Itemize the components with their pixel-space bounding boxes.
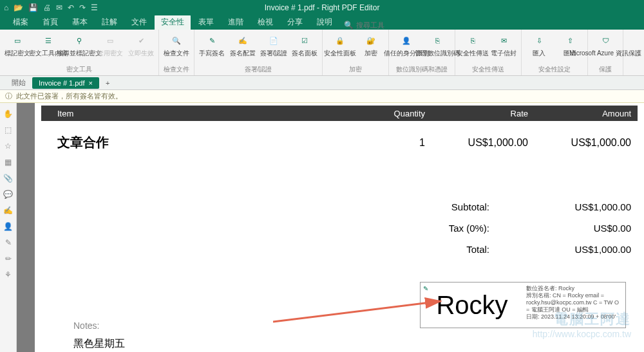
side-tool-5[interactable]: 💬 xyxy=(3,190,13,199)
ribbon-btn-2-0[interactable]: ✎手寫簽名 xyxy=(197,32,227,57)
invoice-table-header: Item Quantity Rate Amount xyxy=(41,106,638,121)
tool-search[interactable]: 🔍 xyxy=(344,21,408,30)
tab-start[interactable]: 開始 xyxy=(5,76,32,89)
menu-tab-2[interactable]: 基本 xyxy=(66,15,94,30)
ribbon: ▭標記密文☰密文工具內容⚲搜尋並標記密文▭套用密文✔立即生效密文工具🔍檢查文件檢… xyxy=(0,30,644,76)
ribbon-btn-4-1[interactable]: ⎘管理數位識別碼 xyxy=(422,32,452,57)
ribbon-group-3: 🔒安全性面板🔐加密加密 xyxy=(323,30,389,75)
ribbon-group-4: 👤借任的身分識別⎘管理數位識別碼數位識別碼和憑證 xyxy=(389,30,455,75)
document-tabs: 開始 Invoice # 1.pdf × + xyxy=(0,76,644,90)
quick-access-toolbar: ⌂ 📂 💾 🖨 ✉ ↶ ↷ ☰ xyxy=(0,3,98,12)
sig-date: 日期: 2023.11.24 13:20:09 + 08'00' xyxy=(526,313,623,320)
ribbon-group-name: 保護 xyxy=(591,65,620,75)
ribbon-btn-2-2[interactable]: 📄簽署/認證 xyxy=(259,32,289,57)
ribbon-label: 檢查文件 xyxy=(164,50,189,57)
menu-tab-10[interactable]: 說明 xyxy=(310,15,339,30)
signature-name-text: Rocky xyxy=(436,291,507,320)
save-icon[interactable]: 💾 xyxy=(28,3,38,12)
ribbon-icon: ⎘ xyxy=(430,33,444,48)
menu-tab-5[interactable]: 安全性 xyxy=(155,15,191,30)
side-tool-7[interactable]: 👤 xyxy=(3,222,13,231)
more-icon[interactable]: ☰ xyxy=(91,3,98,12)
ribbon-btn-7-0[interactable]: 🛡Microsoft Azure 資訊保護 xyxy=(591,32,620,57)
open-icon[interactable]: 📂 xyxy=(14,3,23,12)
menu-tab-6[interactable]: 表單 xyxy=(192,15,220,30)
ribbon-label: 加密 xyxy=(365,50,377,57)
info-text: 此文件已簽署，所有簽名皆有效。 xyxy=(16,91,122,101)
ribbon-label: 標記密文 xyxy=(5,50,30,57)
cell-qty: 1 xyxy=(341,137,425,149)
side-tool-0[interactable]: ✋ xyxy=(3,109,13,118)
search-input[interactable] xyxy=(356,21,408,29)
ribbon-btn-5-1[interactable]: ✉電子信封 xyxy=(489,32,518,57)
side-tool-10[interactable]: ⚘ xyxy=(5,270,12,279)
col-rate: Rate xyxy=(425,109,528,118)
signature-box[interactable]: ✎ Rocky 數位簽名者: Rocky 辨別名稱: CN = Rocky em… xyxy=(420,282,626,328)
ribbon-icon: 👤 xyxy=(399,33,413,48)
side-tool-9[interactable]: ✏ xyxy=(5,254,12,263)
ribbon-icon: 🛡 xyxy=(598,33,612,48)
ribbon-btn-2-1[interactable]: ✍簽名配置 xyxy=(228,32,258,57)
ribbon-label: 管理數位識別碼 xyxy=(415,50,460,57)
tab-active-document[interactable]: Invoice # 1.pdf × xyxy=(32,77,99,89)
sig-dn: 辨別名稱: CN = Rocky email = rocky.hsu@kocpc… xyxy=(526,292,623,313)
menu-tab-8[interactable]: 檢視 xyxy=(251,15,279,30)
ribbon-icon: ☑ xyxy=(298,33,312,48)
ribbon-btn-1-0[interactable]: 🔍檢查文件 xyxy=(162,32,191,57)
print-icon[interactable]: 🖨 xyxy=(43,3,51,12)
ribbon-btn-2-3[interactable]: ☑簽名面板 xyxy=(290,32,319,57)
ribbon-group-7: 🛡Microsoft Azure 資訊保護保護 xyxy=(588,30,623,75)
ribbon-btn-0-0[interactable]: ▭標記密文 xyxy=(3,32,32,57)
redo-icon[interactable]: ↷ xyxy=(79,3,86,12)
ribbon-btn-5-0[interactable]: ⎘安全性傳送 xyxy=(458,32,488,57)
home-icon[interactable]: ⌂ xyxy=(4,3,8,12)
pdf-page: Item Quantity Rate Amount 文章合作 1 US$1,00… xyxy=(35,103,644,352)
side-tool-1[interactable]: ⬚ xyxy=(5,125,12,134)
ribbon-icon: ▭ xyxy=(103,33,117,48)
ribbon-btn-3-0[interactable]: 🔒安全性面板 xyxy=(325,32,355,57)
side-tool-6[interactable]: ✍ xyxy=(3,206,13,215)
side-tool-2[interactable]: ☆ xyxy=(5,142,12,151)
ribbon-icon: ⇩ xyxy=(532,33,546,48)
ribbon-icon: ✔ xyxy=(134,33,148,48)
tab-label: Invoice # 1.pdf xyxy=(39,79,85,87)
side-toolbar: ✋⬚☆▦📎💬✍👤✎✏⚘ xyxy=(0,103,17,352)
menu-tab-1[interactable]: 首頁 xyxy=(36,15,64,30)
ribbon-btn-0-2[interactable]: ⚲搜尋並標記密文 xyxy=(64,32,94,57)
menu-tab-3[interactable]: 註解 xyxy=(95,15,124,30)
close-icon[interactable]: × xyxy=(89,79,93,87)
notes-label: Notes: xyxy=(73,320,125,331)
menu-tab-4[interactable]: 文件 xyxy=(125,15,153,30)
cell-item: 文章合作 xyxy=(41,134,341,151)
ribbon-btn-0-3: ▭套用密文 xyxy=(95,32,125,57)
col-item: Item xyxy=(41,109,341,118)
ribbon-label: 安全性面板 xyxy=(324,50,356,57)
menu-tab-0[interactable]: 檔案 xyxy=(6,15,35,30)
ribbon-icon: ⚲ xyxy=(72,33,86,48)
ribbon-icon: ☰ xyxy=(41,33,55,48)
ribbon-group-5: ⎘安全性傳送✉電子信封安全性傳送 xyxy=(455,30,522,75)
ribbon-btn-0-4: ✔立即生效 xyxy=(126,32,156,57)
ribbon-label: Microsoft Azure 資訊保護 xyxy=(569,50,641,57)
ribbon-label: 簽名配置 xyxy=(230,50,256,57)
document-canvas[interactable]: Item Quantity Rate Amount 文章合作 1 US$1,00… xyxy=(17,103,644,352)
side-tool-4[interactable]: 📎 xyxy=(3,174,13,183)
ribbon-label: 套用密文 xyxy=(97,50,123,57)
ribbon-btn-3-1[interactable]: 🔐加密 xyxy=(356,32,386,57)
subtotal-label: Subtotal: xyxy=(412,201,489,212)
ribbon-group-1: 🔍檢查文件檢查文件 xyxy=(159,30,194,75)
ribbon-btn-6-0[interactable]: ⇩匯入 xyxy=(524,32,554,57)
ribbon-icon: ✍ xyxy=(236,33,250,48)
side-tool-3[interactable]: ▦ xyxy=(5,158,12,167)
mail-icon[interactable]: ✉ xyxy=(56,3,62,12)
undo-icon[interactable]: ↶ xyxy=(68,3,74,12)
ribbon-icon: 🔍 xyxy=(169,33,184,48)
ribbon-icon: 🔐 xyxy=(364,33,378,48)
ribbon-icon: ⎘ xyxy=(466,33,480,48)
menu-tab-7[interactable]: 進階 xyxy=(222,15,250,30)
side-tool-8[interactable]: ✎ xyxy=(5,238,12,247)
new-tab-button[interactable]: + xyxy=(106,79,109,87)
ribbon-label: 立即生效 xyxy=(128,50,154,57)
menu-tab-9[interactable]: 分享 xyxy=(281,15,309,30)
ribbon-group-2: ✎手寫簽名✍簽名配置📄簽署/認證☑簽名面板簽署/認證 xyxy=(194,30,323,75)
